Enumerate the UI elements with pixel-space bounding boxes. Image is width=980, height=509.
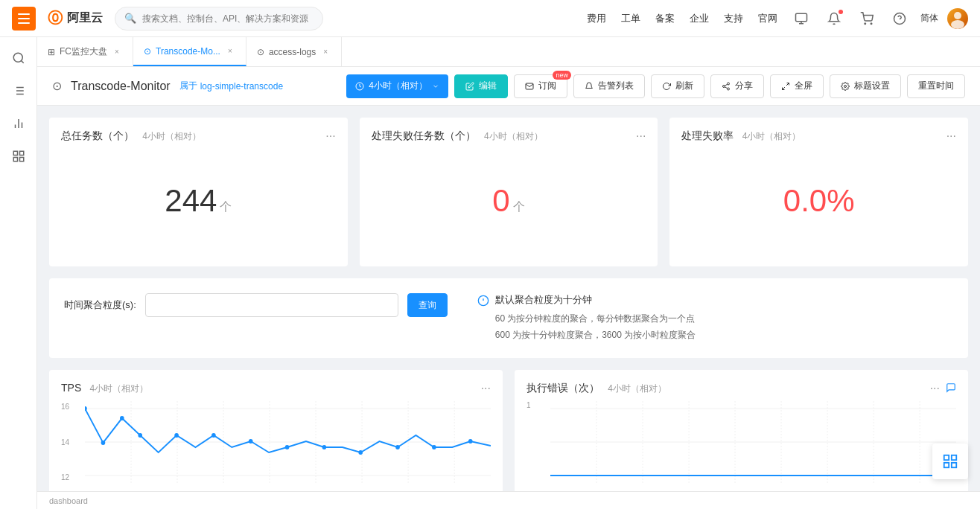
svg-point-30 xyxy=(844,85,847,87)
svg-rect-19 xyxy=(19,151,23,155)
message-icon[interactable] xyxy=(946,382,956,395)
hamburger-button[interactable] xyxy=(12,7,36,31)
card-header-1: 总任务数（个） 4小时（相对） ··· xyxy=(61,129,336,143)
user-avatar[interactable] xyxy=(947,8,968,29)
search-bar[interactable]: 🔍 xyxy=(115,7,323,31)
svg-rect-0 xyxy=(796,13,807,22)
tab-access-logs[interactable]: ⊙ access-logs × xyxy=(246,37,342,66)
card-value-2: 0 个 xyxy=(372,149,646,253)
tps-chart-body: 16 14 12 xyxy=(61,401,491,483)
tab-icon-1: ⊞ xyxy=(48,47,55,57)
hint-icon xyxy=(477,295,489,309)
screen-icon-btn[interactable] xyxy=(789,7,813,31)
tps-chart-title: TPS xyxy=(61,382,81,394)
card-value-1: 244 个 xyxy=(61,149,336,253)
reset-time-button[interactable]: 重置时间 xyxy=(907,74,965,98)
logo-text: 阿里云 xyxy=(67,10,103,26)
cart-icon-btn[interactable] xyxy=(855,7,879,31)
card-title-2: 处理失败任务数（个） xyxy=(372,129,476,141)
bottom-bar: dashboard xyxy=(37,491,980,509)
tps-chart-more[interactable]: ··· xyxy=(481,382,491,395)
nav-link-support[interactable]: 支持 xyxy=(724,12,743,25)
content-area: 总任务数（个） 4小时（相对） ··· 244 个 处理失败任务数（个） 4小时… xyxy=(37,106,980,509)
aggregation-section: 时间聚合粒度(s): 查询 默认聚合粒度为十分钟 60 为按分钟粒度的聚合，每分… xyxy=(49,278,968,358)
tab-close-3[interactable]: × xyxy=(320,47,331,57)
tab-transcode-monitor[interactable]: ⊙ Transcode-Mo... × xyxy=(133,37,246,66)
svg-point-54 xyxy=(358,450,363,455)
tab-icon-3: ⊙ xyxy=(257,47,264,57)
sidebar-dashboard-btn[interactable] xyxy=(4,141,34,171)
tabs-bar: ⊞ FC监控大盘 × ⊙ Transcode-Mo... × ⊙ access-… xyxy=(37,37,980,67)
fullscreen-button[interactable]: 全屏 xyxy=(770,74,824,98)
search-input[interactable] xyxy=(142,13,314,24)
hint-title: 默认聚合粒度为十分钟 xyxy=(495,293,696,307)
subscribe-button[interactable]: 订阅 new xyxy=(514,74,567,98)
metric-cards-row: 总任务数（个） 4小时（相对） ··· 244 个 处理失败任务数（个） 4小时… xyxy=(49,118,968,266)
svg-point-51 xyxy=(249,439,253,444)
lang-btn[interactable]: 简体 xyxy=(920,12,938,25)
float-dashboard-btn[interactable] xyxy=(932,444,968,479)
svg-point-48 xyxy=(138,433,142,438)
hint-text: 60 为按分钟粒度的聚合，每分钟数据聚合为一个点 600 为按十分钟粒度聚合，3… xyxy=(495,311,696,343)
main-wrapper: ⊞ FC监控大盘 × ⊙ Transcode-Mo... × ⊙ access-… xyxy=(37,37,980,509)
nav-icons: 简体 xyxy=(789,7,968,31)
tab-fc-dashboard[interactable]: ⊞ FC监控大盘 × xyxy=(37,37,133,66)
svg-point-55 xyxy=(395,445,400,449)
nav-link-cost[interactable]: 费用 xyxy=(587,12,606,25)
sidebar-chart-btn[interactable] xyxy=(4,109,34,138)
agg-label: 时间聚合粒度(s): xyxy=(64,298,136,312)
tps-y-axis: 16 14 12 xyxy=(61,401,82,483)
svg-point-47 xyxy=(120,416,124,420)
agg-input[interactable] xyxy=(145,293,398,317)
svg-point-57 xyxy=(468,439,473,444)
tab-icon-2: ⊙ xyxy=(144,46,151,57)
nav-link-enterprise[interactable]: 企业 xyxy=(690,12,709,25)
time-range-button[interactable]: 4小时（相对） xyxy=(346,74,448,98)
agg-form: 时间聚合粒度(s): 查询 xyxy=(64,293,448,317)
edit-button[interactable]: 编辑 xyxy=(454,74,508,98)
query-button[interactable]: 查询 xyxy=(407,293,448,317)
notification-icon-btn[interactable] xyxy=(822,7,846,31)
tab-close-1[interactable]: × xyxy=(112,47,122,57)
agg-hint: 默认聚合粒度为十分钟 60 为按分钟粒度的聚合，每分钟数据聚合为一个点 600 … xyxy=(477,293,696,343)
help-icon-btn[interactable] xyxy=(888,7,911,31)
card-more-3[interactable]: ··· xyxy=(946,129,956,143)
sidebar-list-btn[interactable] xyxy=(4,76,34,106)
nav-link-official[interactable]: 官网 xyxy=(758,12,777,25)
nav-link-ticket[interactable]: 工单 xyxy=(621,12,640,25)
exec-errors-chart-svg xyxy=(550,401,956,483)
svg-line-26 xyxy=(725,86,727,88)
alert-list-button[interactable]: 告警列表 xyxy=(573,74,645,98)
new-badge: new xyxy=(553,71,571,80)
refresh-button[interactable]: 刷新 xyxy=(651,74,704,98)
search-icon: 🔍 xyxy=(124,13,136,24)
svg-point-50 xyxy=(211,433,216,438)
card-more-2[interactable]: ··· xyxy=(636,129,646,143)
page-icon: ⊙ xyxy=(52,79,62,93)
card-title-3: 处理失败率 xyxy=(681,129,734,141)
card-time-2: 4小时（相对） xyxy=(484,131,543,141)
tab-close-2[interactable]: × xyxy=(225,46,235,57)
logo-icon: ⓪ xyxy=(48,8,63,28)
card-header-2: 处理失败任务数（个） 4小时（相对） ··· xyxy=(372,129,646,143)
exec-errors-chart-time: 4小时（相对） xyxy=(608,383,666,394)
exec-errors-y-axis: 1 xyxy=(526,401,547,483)
title-settings-button[interactable]: 标题设置 xyxy=(830,74,901,98)
tps-chart-svg-wrapper xyxy=(85,401,491,483)
header-actions: 4小时（相对） 编辑 订阅 new 告警列表 刷新 分享 xyxy=(346,74,965,98)
exec-errors-chart-more[interactable]: ··· xyxy=(930,382,940,395)
nav-link-record[interactable]: 备案 xyxy=(655,12,675,25)
card-time-1: 4小时（相对） xyxy=(142,131,201,141)
page-subtitle: 属于 log-simple-transcode xyxy=(179,80,283,92)
logo-area: ⓪ 阿里云 xyxy=(48,8,103,28)
nav-links: 费用 工单 备案 企业 支持 官网 xyxy=(587,12,777,25)
exec-errors-chart-svg-wrapper xyxy=(550,401,956,483)
svg-rect-20 xyxy=(19,158,23,161)
execution-errors-chart-card: 执行错误（次） 4小时（相对） ··· 1 xyxy=(515,370,968,504)
left-sidebar xyxy=(0,37,37,509)
card-more-1[interactable]: ··· xyxy=(325,129,335,143)
failure-rate-card: 处理失败率 4小时（相对） ··· 0.0% xyxy=(669,118,968,266)
share-button[interactable]: 分享 xyxy=(710,74,764,98)
bottom-bar-text: dashboard xyxy=(49,496,88,505)
sidebar-search-btn[interactable] xyxy=(4,43,34,73)
